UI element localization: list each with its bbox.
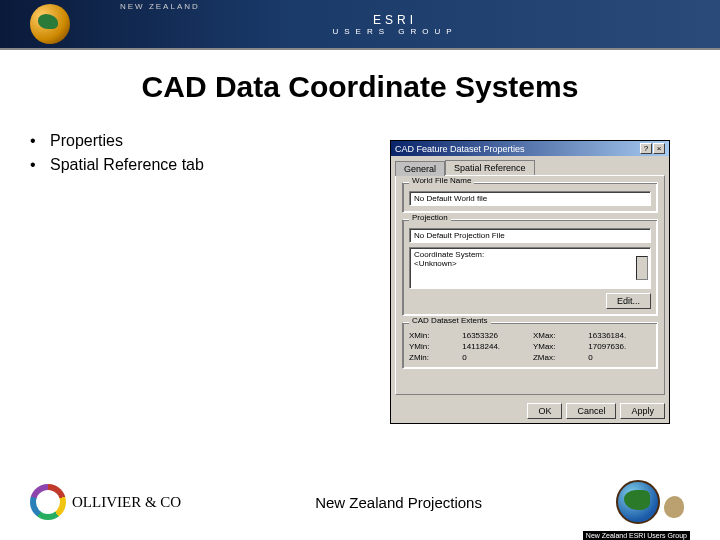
group-world-file-title: World File Name — [409, 176, 474, 185]
extent-value: 16353326 — [462, 331, 525, 340]
footer-right-caption: New Zealand ESRI Users Group — [583, 531, 690, 540]
extent-value: 16336184. — [588, 331, 651, 340]
group-projection-title: Projection — [409, 213, 451, 222]
extent-value: 0 — [462, 353, 525, 362]
ring-logo-icon — [30, 484, 66, 520]
group-world-file: World File Name No Default World file — [402, 182, 658, 213]
projection-file-value: No Default Projection File — [409, 228, 651, 243]
footer: OLLIVIER & CO New Zealand Projections — [0, 480, 720, 524]
extent-label: ZMin: — [409, 353, 454, 362]
extent-label: XMin: — [409, 331, 454, 340]
footer-right — [616, 480, 690, 524]
tab-row: General Spatial Reference — [395, 160, 665, 175]
scrollbar[interactable] — [636, 256, 648, 280]
world-file-value: No Default World file — [409, 191, 651, 206]
bullet-item: Properties — [30, 132, 330, 150]
banner-country: NEW ZEALAND — [120, 2, 200, 11]
slide-title: CAD Data Coordinate Systems — [0, 70, 720, 104]
extent-value: 0 — [588, 353, 651, 362]
group-extents: CAD Dataset Extents XMin: 16353326 XMax:… — [402, 322, 658, 369]
footer-left: OLLIVIER & CO — [30, 484, 181, 520]
bullet-list: Properties Spatial Reference tab — [30, 132, 330, 180]
apply-button[interactable]: Apply — [620, 403, 665, 419]
banner-title: ESRI USERS GROUP — [70, 13, 720, 36]
banner-globe-icon — [30, 4, 70, 44]
ollivier-text: OLLIVIER & CO — [72, 494, 181, 511]
extents-grid: XMin: 16353326 XMax: 16336184. YMin: 141… — [409, 331, 651, 362]
banner-main: ESRI — [373, 13, 417, 27]
extent-value: 14118244. — [462, 342, 525, 351]
tab-general[interactable]: General — [395, 161, 445, 176]
cancel-button[interactable]: Cancel — [566, 403, 616, 419]
extent-value: 17097636. — [588, 342, 651, 351]
coord-system-box: Coordinate System: <Unknown> — [409, 247, 651, 289]
tab-spatial-reference[interactable]: Spatial Reference — [445, 160, 535, 175]
tab-pane: World File Name No Default World file Pr… — [395, 175, 665, 395]
dialog-title-text: CAD Feature Dataset Properties — [395, 144, 525, 154]
coord-system-label: Coordinate System: — [414, 250, 634, 259]
extent-label: ZMax: — [533, 353, 580, 362]
edit-button[interactable]: Edit... — [606, 293, 651, 309]
close-button[interactable]: × — [653, 143, 665, 154]
extent-label: YMax: — [533, 342, 580, 351]
footer-center-text: New Zealand Projections — [181, 494, 616, 511]
kiwi-icon — [664, 494, 690, 524]
extent-label: YMin: — [409, 342, 454, 351]
group-extents-title: CAD Dataset Extents — [409, 316, 491, 325]
header-banner: NEW ZEALAND ESRI USERS GROUP — [0, 0, 720, 50]
ok-button[interactable]: OK — [527, 403, 562, 419]
footer-globe-icon — [616, 480, 660, 524]
dialog-titlebar: CAD Feature Dataset Properties ? × — [391, 141, 669, 156]
banner-sub: USERS GROUP — [70, 27, 720, 36]
properties-dialog: CAD Feature Dataset Properties ? × Gener… — [390, 140, 670, 424]
bullet-item: Spatial Reference tab — [30, 156, 330, 174]
dialog-body: General Spatial Reference World File Nam… — [391, 156, 669, 399]
dialog-title-buttons: ? × — [640, 143, 665, 154]
dialog-footer: OK Cancel Apply — [391, 399, 669, 423]
help-button[interactable]: ? — [640, 143, 652, 154]
extent-label: XMax: — [533, 331, 580, 340]
coord-system-value: <Unknown> — [414, 259, 634, 268]
group-projection: Projection No Default Projection File Co… — [402, 219, 658, 316]
